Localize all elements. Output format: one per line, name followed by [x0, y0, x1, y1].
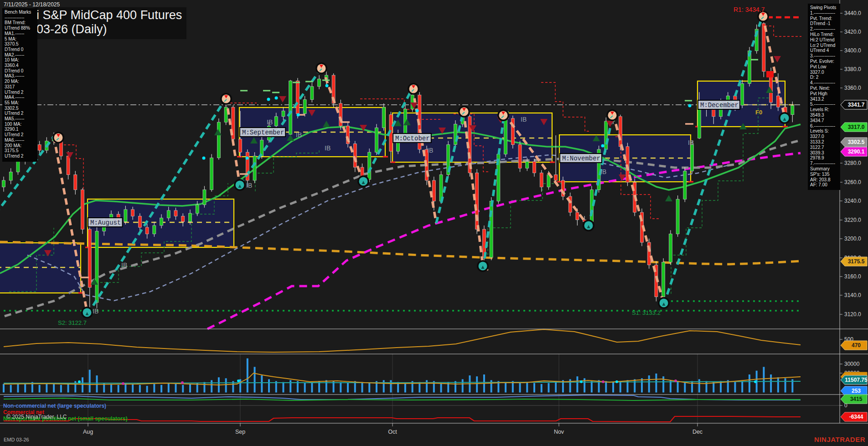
svg-text:3200.0: 3200.0: [844, 236, 861, 242]
ib-label: IB: [121, 261, 127, 269]
x-axis-month-label: Aug: [83, 429, 93, 435]
panel-text-line: MA6.------: [5, 138, 36, 143]
panel-text-line: 100 MA:: [5, 122, 36, 127]
annotation-s2: S2: 3122.7: [58, 319, 87, 326]
x-axis-month-label: Nov: [554, 429, 564, 435]
svg-text:-6344: -6344: [849, 414, 863, 420]
panel-text-line: 55 MA:: [5, 100, 36, 106]
panel-text-line: DTrend 0: [5, 47, 36, 52]
panel-text-line: UTrend 2: [5, 132, 36, 138]
panel-text-line: 3133.2: [810, 139, 839, 145]
panel-text-line: UTrend 2: [5, 111, 36, 116]
panel-text-line: 10 MA:: [5, 57, 36, 63]
svg-text:3120.0: 3120.0: [844, 311, 861, 318]
panel-text-line: Pvt. Evolve:: [810, 59, 839, 64]
panel-text-line: DTrend 0: [5, 68, 36, 74]
svg-text:3420.0: 3420.0: [844, 29, 861, 35]
x-axis-month-label: Oct: [388, 429, 397, 435]
panel-text-line: 2.--------------: [810, 26, 839, 32]
svg-text:3317.0: 3317.0: [848, 124, 865, 130]
panel-text-line: 3360.4: [5, 63, 36, 68]
svg-text:3360.0: 3360.0: [844, 85, 861, 91]
panel-text-line: Pvt. Next:: [810, 86, 839, 91]
panel-text-line: 3302.5: [5, 106, 36, 111]
svg-text:M:September: M:September: [242, 129, 284, 136]
ib-label: IB: [246, 182, 252, 189]
svg-text:3240.0: 3240.0: [844, 198, 861, 204]
panel-text-line: AR: 203.8: [810, 177, 839, 183]
annotation-s1: S1: 3133.2: [632, 309, 661, 316]
price-badges: 3341.73317.03302.53290.13175.547011507.7…: [841, 100, 868, 421]
panel-text-line: 4.--------------: [810, 80, 839, 86]
annotation-r1: R1: 3434.7: [734, 6, 765, 13]
panel-text-line: 3317: [5, 84, 36, 90]
ib-label: IB: [93, 308, 98, 315]
panel-text-line: MA4.------: [5, 95, 36, 100]
panel-text-line: Lo:2 UTrend: [810, 43, 839, 48]
svg-text:M:August: M:August: [90, 219, 121, 226]
month-boxes: [0, 81, 796, 293]
panel-text-line: Bench Marks: [5, 10, 36, 15]
panel-text-line: 3122.7: [810, 145, 839, 150]
panel-text-line: 5 MA:: [5, 36, 36, 42]
panel-text-line: Levels R:: [810, 107, 839, 113]
panel-text-line: Swing Pivots: [810, 5, 839, 10]
svg-text:3302.5: 3302.5: [848, 139, 865, 145]
copyright: © 2025 NinjaTrader, LLC: [6, 414, 67, 420]
x-axis-month-label: Sep: [235, 429, 245, 435]
panel-text-line: 7.--------------: [810, 161, 839, 166]
x-axis-month-label: Dec: [692, 429, 703, 435]
svg-text:M:October: M:October: [395, 135, 430, 142]
cot-index-panel: [4, 329, 801, 352]
svg-text:253: 253: [852, 388, 861, 394]
ib-label: IB: [427, 147, 433, 154]
panel-text-line: 3327.0: [810, 70, 839, 75]
svg-text:470: 470: [852, 342, 861, 349]
panel-text-line: Pvt Low: [810, 64, 839, 70]
svg-text:3280.0: 3280.0: [844, 160, 861, 166]
panel-text-line: HiLo Trend:: [810, 32, 839, 37]
panel-text-line: 20 MA:: [5, 79, 36, 84]
panel-text-line: 2978.9: [810, 155, 839, 161]
svg-text:3415: 3415: [850, 396, 863, 402]
panel-text-line: 5.--------------: [810, 102, 839, 107]
svg-text:3341.7: 3341.7: [848, 102, 865, 108]
symbol-label: EMD 03-26: [4, 437, 29, 442]
panel-text-line: MA2.------: [5, 52, 36, 58]
panel-text-line: MA5.------: [5, 116, 36, 122]
panel-text-line: SP's: 135: [810, 172, 839, 177]
date-range: 7/11/2025 - 12/18/2025: [4, 1, 60, 8]
svg-text:3400.0: 3400.0: [844, 47, 861, 54]
svg-text:3290.1: 3290.1: [848, 149, 865, 155]
panel-text-line: UTrend 2: [5, 90, 36, 95]
svg-text:3175.5: 3175.5: [848, 258, 865, 265]
panel-text-line: 3175.5: [5, 148, 36, 154]
panel-text-line: Summary: [810, 166, 839, 172]
svg-text:3220.0: 3220.0: [844, 217, 861, 223]
bench-marks-panel: Bench Marks-------------BM Trend:UTrend …: [2, 8, 37, 162]
ib-label: IB: [267, 118, 273, 126]
ib-label: IB: [600, 168, 606, 175]
svg-text:3380.0: 3380.0: [844, 66, 861, 72]
panel-text-line: UTrend 88%: [5, 26, 36, 31]
panel-text-line: 1.--------------: [810, 10, 839, 16]
chart-title-line2: 03-26 (Daily): [36, 22, 182, 36]
panel-text-line: 3290.1: [5, 127, 36, 132]
svg-text:M:December: M:December: [700, 102, 739, 109]
legend-noncommercial: Non-commercial net (large speculators): [3, 403, 106, 409]
swing-pivots-panel: Swing Pivots1.--------------Pvt. Trend:D…: [808, 4, 840, 190]
chart-window: 3440.03420.03400.03380.03360.03280.03260…: [0, 0, 868, 446]
ib-label: IB: [521, 116, 527, 123]
panel-text-line: 3413.2: [810, 97, 839, 102]
svg-text:3140.0: 3140.0: [844, 292, 861, 298]
chart-title-line1: i S&P MidCap 400 Futures: [36, 8, 182, 22]
svg-text:11507.75: 11507.75: [845, 377, 868, 383]
panel-text-line: Hi:2 UTrend: [810, 37, 839, 43]
chart-canvas[interactable]: 3440.03420.03400.03380.03360.03280.03260…: [0, 0, 868, 446]
panel-text-line: 3549.3: [810, 113, 839, 118]
panel-text-line: MA1.------: [5, 31, 36, 36]
panel-text-line: AF: 7.00: [810, 182, 839, 188]
panel-text-line: MA3.------: [5, 73, 36, 79]
svg-text:3260.0: 3260.0: [844, 179, 861, 185]
svg-text:3160.0: 3160.0: [844, 273, 861, 280]
